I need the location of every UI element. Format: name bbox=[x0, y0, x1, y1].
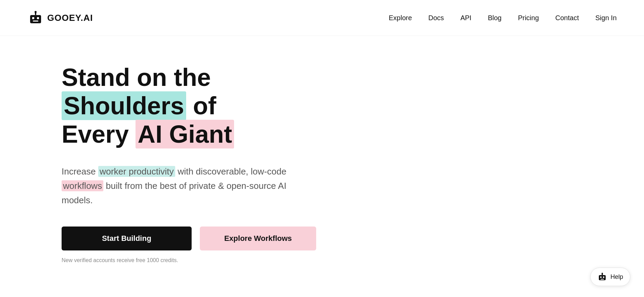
start-building-button[interactable]: Start Building bbox=[62, 227, 192, 250]
hero-title: Stand on the Shoulders of Every AI Giant bbox=[62, 63, 301, 148]
credits-note: New verified accounts receive free 1000 … bbox=[62, 257, 301, 263]
svg-rect-2 bbox=[37, 17, 39, 19]
help-label: Help bbox=[610, 273, 623, 281]
cta-buttons: Start Building Explore Workflows bbox=[62, 227, 301, 250]
navbar: GOOEY.AI Explore Docs API Blog Pricing C… bbox=[0, 0, 644, 36]
svg-point-11 bbox=[602, 273, 603, 274]
nav-signin[interactable]: Sign In bbox=[595, 14, 617, 22]
subtitle-highlight2: workflows bbox=[62, 180, 103, 191]
subtitle-highlight1: worker productivity bbox=[98, 166, 175, 177]
help-robot-icon bbox=[597, 272, 607, 282]
nav-api[interactable]: API bbox=[460, 14, 471, 22]
hero-title-highlight2: AI Giant bbox=[136, 120, 234, 148]
nav-contact[interactable]: Contact bbox=[555, 14, 579, 22]
hero-subtitle: Increase worker productivity with discov… bbox=[62, 165, 301, 207]
svg-rect-0 bbox=[30, 15, 41, 23]
svg-point-5 bbox=[35, 11, 37, 13]
subtitle-part2: with discoverable, low-code bbox=[175, 166, 286, 177]
svg-rect-8 bbox=[603, 276, 604, 278]
nav-docs[interactable]: Docs bbox=[428, 14, 444, 22]
nav-links: Explore Docs API Blog Pricing Contact Si… bbox=[389, 14, 617, 22]
nav-explore[interactable]: Explore bbox=[389, 14, 412, 22]
logo-text: GOOEY.AI bbox=[47, 13, 93, 23]
hero-title-line2-plain: Every bbox=[62, 120, 136, 148]
subtitle-part1: Increase bbox=[62, 166, 98, 177]
explore-workflows-button[interactable]: Explore Workflows bbox=[200, 227, 316, 250]
robot-logo-icon bbox=[27, 10, 44, 26]
svg-rect-7 bbox=[600, 276, 602, 278]
hero-section: Stand on the Shoulders of Every AI Giant… bbox=[0, 36, 329, 284]
logo[interactable]: GOOEY.AI bbox=[27, 10, 93, 26]
help-button[interactable]: Help bbox=[590, 268, 630, 286]
svg-rect-1 bbox=[32, 17, 34, 19]
hero-title-part2: of bbox=[186, 92, 216, 119]
nav-pricing[interactable]: Pricing bbox=[518, 14, 539, 22]
hero-title-highlight1: Shoulders bbox=[62, 91, 186, 120]
nav-blog[interactable]: Blog bbox=[488, 14, 502, 22]
svg-rect-9 bbox=[601, 279, 604, 280]
hero-title-part1: Stand on the bbox=[62, 64, 211, 91]
svg-rect-3 bbox=[33, 21, 38, 22]
